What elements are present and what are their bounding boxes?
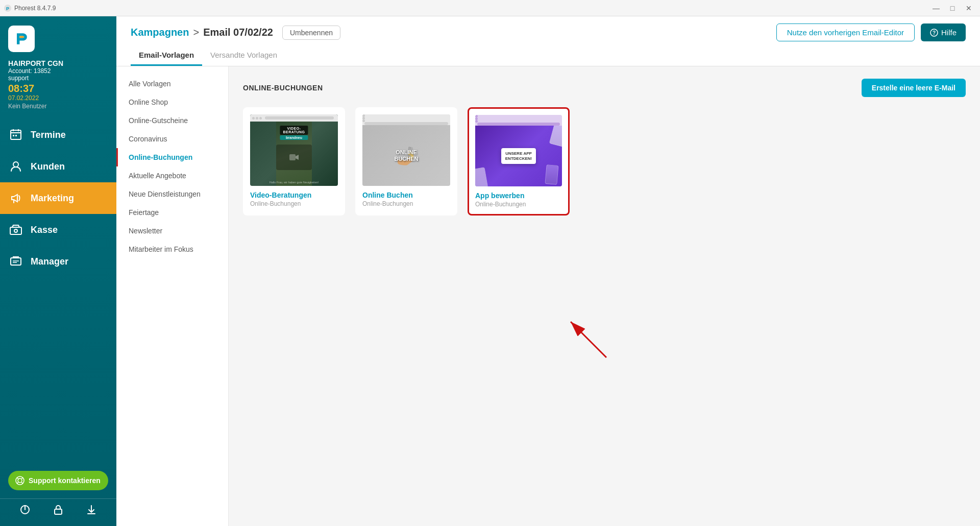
sidebar-item-kasse[interactable]: Kasse <box>0 214 116 246</box>
svg-text:?: ? <box>933 30 936 36</box>
marketing-icon <box>8 190 23 206</box>
phorest-logo-icon <box>12 30 31 48</box>
tab-email-vorlagen[interactable]: Email-Vorlagen <box>131 46 202 66</box>
user-name: HAIRPORT CGN <box>8 59 108 67</box>
download-icon[interactable] <box>86 504 97 518</box>
svg-rect-10 <box>10 227 21 234</box>
titlebar: P Phorest 8.4.7.9 — □ ✕ <box>0 0 980 16</box>
app-icon: P <box>4 5 11 12</box>
sidebar-item-marketing[interactable]: Marketing <box>0 182 116 214</box>
breadcrumb-current: Email 07/02/22 <box>203 27 273 38</box>
left-nav-alle-vorlagen[interactable]: Alle Vorlagen <box>116 75 228 93</box>
breadcrumb: Kampagnen > Email 07/02/22 Umbenennen <box>131 26 340 40</box>
svg-line-20 <box>21 482 23 484</box>
current-date: 07.02.2022 <box>8 94 108 102</box>
svg-point-11 <box>14 229 17 232</box>
template-name-1: Online Buchen <box>362 191 450 199</box>
main-content: Kampagnen > Email 07/02/22 Umbenennen Nu… <box>116 16 980 526</box>
templates-grid: VIDEO-BERATUNG brandneu Hallo Frau, wir … <box>243 107 966 216</box>
no-user-label: Kein Benutzer <box>8 103 108 110</box>
sidebar-nav: Termine Kunden Marketing Kasse <box>0 116 116 465</box>
app-body: HAIRPORT CGN Account: 13852 support 08:3… <box>0 16 980 526</box>
rename-button[interactable]: Umbenennen <box>282 26 340 40</box>
app-title: P Phorest 8.4.7.9 <box>4 5 56 12</box>
template-card-video-beratungen[interactable]: VIDEO-BERATUNG brandneu Hallo Frau, wir … <box>243 107 345 216</box>
left-nav-mitarbeiter-im-fokus[interactable]: Mitarbeiter im Fokus <box>116 240 228 258</box>
sidebar-item-manager[interactable]: Manager <box>0 246 116 277</box>
red-arrow <box>560 312 622 363</box>
svg-line-18 <box>21 477 23 479</box>
templates-header: ONLINE-BUCHUNGEN Erstelle eine leere E-M… <box>243 79 966 97</box>
content-area: Alle Vorlagen Online Shop Online-Gutsche… <box>116 66 980 526</box>
sidebar-footer <box>0 498 116 526</box>
svg-rect-28 <box>289 154 296 160</box>
window-controls: — □ ✕ <box>929 3 976 13</box>
topbar-tabs: Email-Vorlagen Versandte Vorlagen <box>131 46 966 66</box>
sidebar-item-kunden[interactable]: Kunden <box>0 151 116 182</box>
svg-line-17 <box>17 477 18 479</box>
content-wrapper: Alle Vorlagen Online Shop Online-Gutsche… <box>116 66 980 526</box>
support-button[interactable]: Support kontaktieren <box>8 471 108 490</box>
svg-rect-23 <box>55 509 62 514</box>
template-card-app-bewerben[interactable]: UNSERE APP ENTDECKEN! App bewerben Onlin… <box>468 107 570 216</box>
template-cat-1: Online-Buchungen <box>362 200 450 207</box>
templates-area: ONLINE-BUCHUNGEN Erstelle eine leere E-M… <box>229 66 980 526</box>
topbar-actions: Nutze den vorherigen Email-Editor ? Hilf… <box>776 23 966 41</box>
close-button[interactable]: ✕ <box>962 3 976 13</box>
topbar-row: Kampagnen > Email 07/02/22 Umbenennen Nu… <box>131 23 966 41</box>
template-card-online-buchen[interactable]: 🤳 ONLINE BUCHEN <box>355 107 457 216</box>
lock-icon[interactable] <box>53 504 64 518</box>
termine-label: Termine <box>31 130 66 140</box>
help-icon: ? <box>930 29 938 37</box>
template-cat-0: Online-Buchungen <box>250 200 338 207</box>
logo-circle <box>8 26 35 52</box>
breadcrumb-separator: > <box>193 27 199 38</box>
left-nav-neue-dienstleistungen[interactable]: Neue Dienstleistungen <box>116 185 228 203</box>
left-nav-online-gutscheine[interactable]: Online-Gutscheine <box>116 111 228 130</box>
create-empty-button[interactable]: Erstelle eine leere E-Mail <box>862 79 966 97</box>
left-nav-coronavirus[interactable]: Coronavirus <box>116 130 228 148</box>
marketing-label: Marketing <box>31 193 74 204</box>
svg-rect-12 <box>11 258 21 265</box>
prev-editor-button[interactable]: Nutze den vorherigen Email-Editor <box>776 23 915 41</box>
maximize-button[interactable]: □ <box>945 3 960 13</box>
manager-label: Manager <box>31 256 68 267</box>
template-thumb-booking: 🤳 ONLINE BUCHEN <box>362 114 450 186</box>
minimize-button[interactable]: — <box>929 3 943 13</box>
kasse-icon <box>8 222 23 237</box>
topbar: Kampagnen > Email 07/02/22 Umbenennen Nu… <box>116 16 980 66</box>
template-name-0: Video-Beratungen <box>250 191 338 199</box>
termine-icon <box>8 127 23 142</box>
current-time: 08:37 <box>8 83 108 94</box>
manager-icon <box>8 254 23 269</box>
svg-line-30 <box>571 322 606 357</box>
svg-line-19 <box>17 482 18 484</box>
power-icon[interactable] <box>19 504 31 518</box>
support-label: Support kontaktieren <box>29 476 101 485</box>
sidebar-bottom: Support kontaktieren <box>0 465 116 498</box>
left-nav-aktuelle-angebote[interactable]: Aktuelle Angebote <box>116 166 228 185</box>
svg-rect-8 <box>15 135 17 136</box>
svg-rect-7 <box>13 135 14 136</box>
template-thumb-video: VIDEO-BERATUNG brandneu Hallo Frau, wir … <box>250 114 338 186</box>
svg-point-9 <box>13 162 18 167</box>
left-nav: Alle Vorlagen Online Shop Online-Gutsche… <box>116 66 229 526</box>
sidebar-item-termine[interactable]: Termine <box>0 119 116 151</box>
tab-versandte-vorlagen[interactable]: Versandte Vorlagen <box>202 46 285 66</box>
template-name-2: App bewerben <box>475 192 562 200</box>
user-role: support <box>8 75 108 82</box>
support-icon <box>15 476 24 485</box>
left-nav-feiertage[interactable]: Feiertage <box>116 203 228 222</box>
template-thumb-app: UNSERE APP ENTDECKEN! <box>475 115 562 186</box>
templates-section-title: ONLINE-BUCHUNGEN <box>243 84 323 92</box>
left-nav-newsletter[interactable]: Newsletter <box>116 222 228 240</box>
svg-text:P: P <box>6 6 9 11</box>
left-nav-online-shop[interactable]: Online Shop <box>116 93 228 111</box>
template-cat-2: Online-Buchungen <box>475 201 562 208</box>
left-nav-online-buchungen[interactable]: Online-Buchungen <box>116 148 228 166</box>
kunden-icon <box>8 159 23 174</box>
kunden-label: Kunden <box>31 161 65 172</box>
help-button[interactable]: ? Hilfe <box>921 23 966 41</box>
breadcrumb-parent[interactable]: Kampagnen <box>131 27 189 38</box>
svg-point-16 <box>18 479 22 483</box>
